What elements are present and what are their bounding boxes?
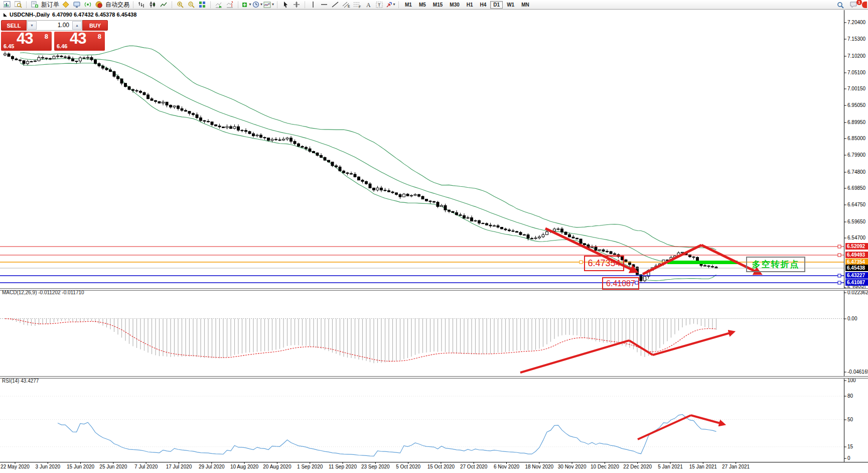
mt4-application-window: 新订单自动交易▾▾▾EFAT▾M1M5M15M30H1H4D1W1MN 1 US… [0,0,868,473]
buy-button[interactable]: BUY [82,20,108,31]
bollinger-lower-band [20,63,716,281]
macd-indicator-label: MACD(12,26,9) -0.011202 -0.011710 [2,290,84,295]
line-anchor-handle[interactable] [838,281,841,284]
trend-arrow[interactable] [638,415,691,439]
buy-price-pip: 8 [98,33,101,40]
volume-value[interactable]: 1.00 [37,21,72,30]
line-anchor-handle[interactable] [838,254,841,257]
price-annotation-6-47354[interactable]: 6.47354 [584,256,624,271]
trend-arrow[interactable] [691,415,724,424]
volume-decrease-button[interactable]: ▼ [27,21,37,30]
sell-price-prefix: 6.45 [4,43,14,49]
trend-arrow[interactable] [653,332,734,355]
ohlc-values: 6.47090 6.47432 6.45378 6.45438 [52,12,136,18]
trend-arrow[interactable] [643,245,701,274]
turning-point-annotation[interactable]: 多空转折点 [746,257,805,272]
bollinger-middle-band [20,58,716,263]
sell-price-main: 43 [17,30,33,48]
rsi-indicator-label: RSI(14) 43.4277 [2,378,39,384]
main-chart-canvas[interactable] [0,0,868,473]
sell-price-pip: 8 [45,33,48,40]
chart-window-icon [4,13,7,17]
buy-price-prefix: 6.46 [57,43,67,49]
trend-arrow[interactable] [520,340,629,373]
candlestick-series [4,52,718,282]
bollinger-upper-band [20,46,716,250]
volume-increase-button[interactable]: ▲ [72,21,82,30]
sell-price-tile[interactable]: 6.45 43 8 [1,32,52,51]
one-click-trading-panel: SELL ▼ 1.00 ▲ BUY 6.45 43 8 6.46 43 8 [1,20,108,51]
rsi-pane-separator[interactable] [0,376,868,379]
symbol-period-label: USDCNH-,Daily [10,12,50,18]
macd-pane-separator[interactable] [0,288,868,291]
volume-stepper: ▼ 1.00 ▲ [27,20,82,31]
line-anchor-handle[interactable] [580,261,583,264]
buy-price-tile[interactable]: 6.46 43 8 [54,32,105,51]
green-highlight-bar[interactable] [667,261,738,264]
price-annotation-6-41087[interactable]: 6.41087 [602,277,639,290]
macd-signal-line [5,319,716,362]
buy-price-main: 43 [70,30,86,48]
rsi-line [58,415,716,456]
line-anchor-handle[interactable] [838,274,841,277]
line-anchor-handle[interactable] [838,245,841,248]
sell-button[interactable]: SELL [1,20,27,31]
chart-window-title: USDCNH-,Daily 6.47090 6.47432 6.45378 6.… [4,12,136,18]
